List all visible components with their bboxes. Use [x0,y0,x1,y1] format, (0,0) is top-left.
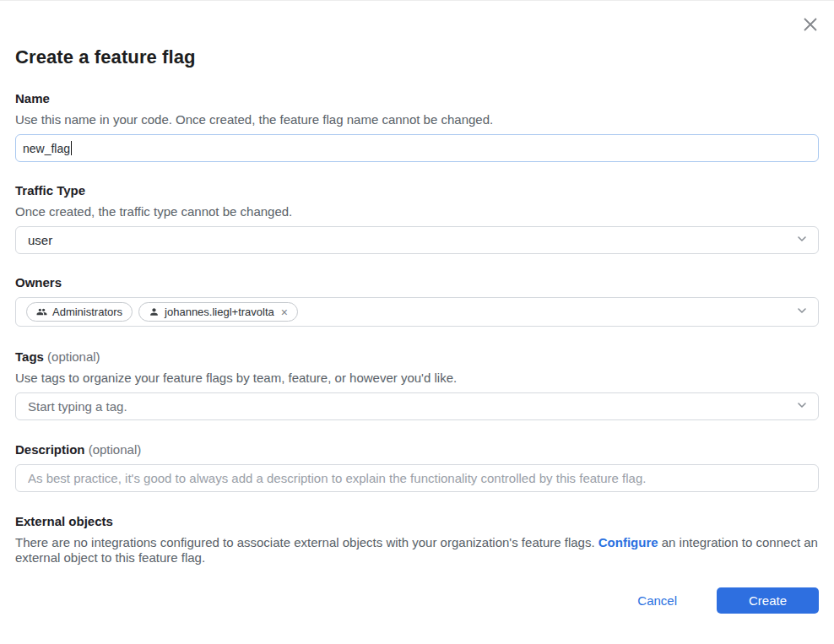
traffic-type-label: Traffic Type [15,183,819,198]
modal-title: Create a feature flag [15,1,819,68]
cancel-button[interactable]: Cancel [637,593,677,608]
description-label-text: Description [15,442,85,457]
name-section: Name Use this name in your code. Once cr… [15,91,819,162]
text-cursor [71,141,72,155]
name-input-value: new_flag [23,142,70,155]
person-icon [149,306,160,317]
create-button[interactable]: Create [717,587,819,614]
traffic-type-select[interactable]: user [15,226,819,254]
traffic-type-value: user [28,233,52,247]
owners-section: Owners Administrators johannes.liegl+tra… [15,275,819,327]
owner-chip-label: Administrators [52,306,122,318]
tags-label-text: Tags [15,349,44,364]
create-feature-flag-modal: Create a feature flag Name Use this name… [0,1,834,644]
owner-chip-label: johannes.liegl+travolta [165,306,274,318]
chevron-down-icon [796,305,808,319]
owners-label: Owners [15,275,819,290]
description-input[interactable] [15,464,819,492]
traffic-type-section: Traffic Type Once created, the traffic t… [15,183,819,254]
modal-footer: Cancel Create [637,587,819,614]
close-icon [802,16,819,33]
owners-chip-list: Administrators johannes.liegl+travolta × [26,302,298,322]
owners-select[interactable]: Administrators johannes.liegl+travolta × [15,297,819,327]
name-label: Name [15,91,819,106]
tags-placeholder: Start typing a tag. [28,399,127,414]
tags-label: Tags (optional) [15,349,819,364]
close-button[interactable] [800,14,820,35]
chevron-down-icon [796,233,808,247]
configure-link[interactable]: Configure [598,535,658,549]
external-objects-label: External objects [15,514,819,528]
tags-optional-text: (optional) [47,349,100,364]
remove-owner-icon[interactable]: × [279,306,288,318]
description-optional-text: (optional) [89,442,142,457]
external-objects-section: External objects There are no integratio… [15,514,819,566]
external-objects-text: There are no integrations configured to … [15,535,819,566]
tags-select[interactable]: Start typing a tag. [15,392,819,420]
owner-chip-administrators[interactable]: Administrators [26,302,133,322]
group-icon [36,306,47,317]
tags-helper-text: Use tags to organize your feature flags … [15,371,819,385]
chevron-down-icon [796,399,808,414]
description-label: Description (optional) [15,442,819,457]
name-helper-text: Use this name in your code. Once created… [15,112,819,127]
tags-section: Tags (optional) Use tags to organize you… [15,349,819,420]
name-input[interactable]: new_flag [15,134,819,162]
description-section: Description (optional) [15,442,819,492]
traffic-type-helper-text: Once created, the traffic type cannot be… [15,204,819,219]
owner-chip-user[interactable]: johannes.liegl+travolta × [138,302,298,322]
external-objects-text-before: There are no integrations configured to … [15,535,598,549]
